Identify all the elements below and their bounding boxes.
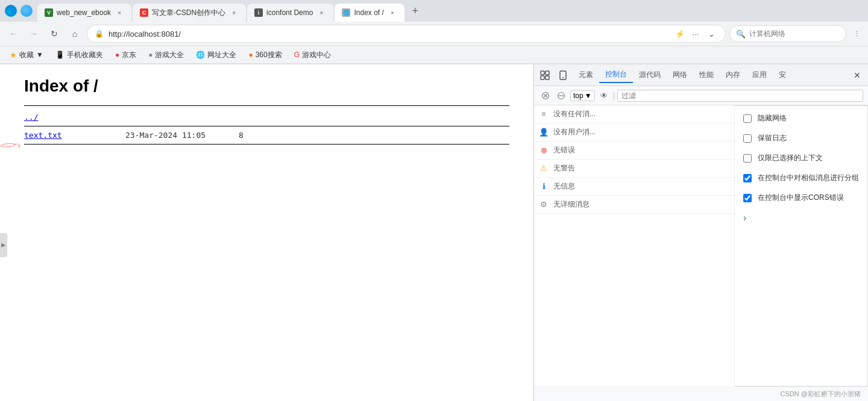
devtools-tab-elements[interactable]: 元素 [573,67,599,82]
watermark-text: CSDN @彩虹桥下的小浙猪 [781,390,861,397]
search360-icon: ● [248,51,253,59]
tab-close-tab3[interactable]: × [316,8,326,17]
browser-tab-tab4[interactable]: 🌐Index of /× [335,4,404,22]
bookmark-item-star[interactable]: ★ 收藏 ▼ [5,49,48,61]
devtools-tab-security[interactable]: 安 [773,67,792,82]
address-input[interactable] [108,30,668,39]
checkbox-preserve-log[interactable] [743,134,752,143]
console-messages: ≡没有任何消...👤没有用户消...⊗无错误⚠无警告ℹ无信息⚙无详细消息 [534,105,734,387]
devtools-tab-sources[interactable]: 源代码 [633,67,667,82]
browser-tab-tab1[interactable]: Vweb_new_ebook× [37,4,131,22]
context-selector[interactable]: top ▼ [570,90,595,101]
parent-dir-link[interactable]: ../ [24,113,121,122]
address-bar-row: ← → ↻ ⌂ 🔒 ⚡ ··· ⌄ 🔍 ⋮ [0,22,868,46]
checkbox-hide-network[interactable] [743,114,752,123]
console-body: ≡没有任何消...👤没有用户消...⊗无错误⚠无警告ℹ无信息⚙无详细消息 隐藏网… [534,105,868,387]
checkbox-group-similar[interactable] [743,174,752,182]
msg-text-msg5: 无信息 [553,181,575,191]
msg-text-msg3: 无错误 [553,145,575,155]
dropdown-link-more[interactable]: › [743,213,746,223]
dir-file-date: 23-Mar-2024 11:05 [125,131,234,140]
devtools-tab-network[interactable]: 网络 [667,67,693,82]
bookmark-label: 游戏大全 [155,50,184,60]
dropdown-item-more[interactable]: › [735,208,867,228]
console-msg-msg1: ≡没有任何消... [534,105,734,123]
dir-file-size: 8 [239,131,244,140]
dir-parent-row: ../ [24,111,509,123]
dropdown-item-preserve-log[interactable]: 保留日志 [735,128,867,148]
tab-close-tab1[interactable]: × [115,8,124,17]
console-msg-msg2: 👤没有用户消... [534,123,734,141]
tab-bar: Vweb_new_ebook×C写文章-CSDN创作中心×iiconfont D… [0,0,868,22]
msg-text-msg6: 无详细消息 [553,199,590,210]
sidebar-handle[interactable]: ▶ [0,233,7,257]
dir-divider-top [24,126,509,126]
page-divider [24,105,509,106]
dropdown-item-hide-network[interactable]: 隐藏网络 [735,108,867,128]
bookmark-item-gamecenter[interactable]: G 游戏中心 [289,49,336,61]
bookmark-item-360[interactable]: ● 360搜索 [244,49,286,61]
search-bar: 🔍 [729,25,846,42]
bookmark-item-mobile[interactable]: 📱 手机收藏夹 [51,49,108,61]
checkbox-selected-context[interactable] [743,154,752,163]
browser-tab-tab2[interactable]: C写文章-CSDN创作中心× [133,4,246,22]
bookmark-item-jd[interactable]: ● 京东 [110,49,141,61]
star-icon: ★ [10,51,17,60]
inspect-icon[interactable] [536,67,553,84]
checkbox-show-cors[interactable] [743,194,752,202]
address-bar: 🔒 ⚡ ··· ⌄ [87,25,726,43]
filter-input[interactable] [617,90,863,102]
browser-icons-left [5,5,33,17]
dropdown-item-selected-context[interactable]: 仅限已选择的上下文 [735,148,867,168]
devtools-tab-app[interactable]: 应用 [746,67,773,82]
console-msg-msg3: ⊗无错误 [534,141,734,160]
console-msg-msg4: ⚠无警告 [534,160,734,178]
msg-icon-info: ℹ [539,182,549,191]
nav-icon: 🌐 [196,51,205,59]
devtools-tab-perf[interactable]: 性能 [693,67,720,82]
bookmark-label: 手机收藏夹 [67,50,103,60]
more-icon[interactable]: ··· [689,27,702,40]
dropdown-label-show-cors: 在控制台中显示CORS错误 [758,193,844,203]
bookmark-item-games[interactable]: ● 游戏大全 [143,49,189,61]
gamecenter-icon: G [294,51,300,59]
device-icon[interactable] [555,67,571,84]
mobile-icon: 📱 [55,51,64,59]
block-icon[interactable] [555,89,568,102]
tab-close-tab2[interactable]: × [229,8,239,17]
dir-divider-bottom [24,144,509,145]
profile-button[interactable]: ⋮ [850,27,863,40]
close-devtools-btn[interactable]: ✕ [849,67,866,84]
tab-close-tab4[interactable]: × [388,8,397,17]
address-bar-actions: ⚡ ··· ⌄ [673,27,718,40]
dropdown-item-group-similar[interactable]: 在控制台中对相似消息进行分组 [735,168,867,188]
tab-label-tab1: web_new_ebook [57,8,111,17]
svg-rect-4 [546,71,549,75]
msg-text-msg4: 无警告 [553,163,575,173]
msg-icon-verbose: ⚙ [539,200,549,210]
edge-icon [5,5,17,17]
svg-rect-6 [560,71,566,79]
games-icon: ● [148,51,153,59]
bookmark-item-nav[interactable]: 🌐 网址大全 [191,49,241,61]
chevron-down-icon[interactable]: ⌄ [705,27,718,40]
msg-text-msg2: 没有用户消... [553,127,596,137]
back-button[interactable]: ← [5,25,22,42]
home-button[interactable]: ⌂ [66,25,83,42]
devtools-tab-memory[interactable]: 内存 [720,67,746,82]
eye-icon[interactable]: 👁 [597,89,611,102]
new-tab-button[interactable]: + [407,2,424,19]
reload-button[interactable]: ↻ [46,25,63,42]
msg-icon-user: 👤 [539,128,549,137]
clear-console-icon[interactable] [539,89,552,102]
msg-icon-list: ≡ [539,110,549,119]
lightning-icon[interactable]: ⚡ [673,27,687,40]
bookmark-label: 游戏中心 [302,50,331,60]
browser-tab-tab3[interactable]: iiconfont Demo× [247,4,333,22]
search-input[interactable] [749,30,840,38]
devtools-tabs: 元素控制台源代码网络性能内存应用安 [573,67,792,83]
forward-button[interactable]: → [25,25,42,42]
dir-file-link[interactable]: text.txt [24,131,121,140]
dropdown-item-show-cors[interactable]: 在控制台中显示CORS错误 [735,188,867,208]
devtools-tab-console[interactable]: 控制台 [599,67,633,83]
